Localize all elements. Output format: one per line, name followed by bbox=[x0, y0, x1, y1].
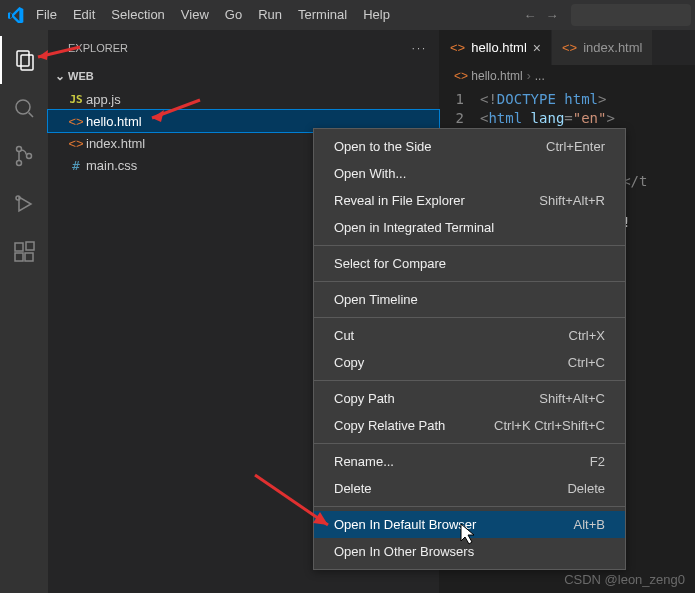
menu-help[interactable]: Help bbox=[355, 0, 398, 30]
watermark-text: CSDN @leon_zeng0 bbox=[564, 572, 685, 587]
html-file-icon: <> bbox=[450, 40, 465, 55]
command-center-search[interactable] bbox=[571, 4, 691, 26]
svg-point-6 bbox=[16, 196, 20, 200]
html-file-icon: <> bbox=[66, 136, 86, 151]
ctx-delete[interactable]: DeleteDelete bbox=[314, 475, 625, 502]
activity-source-control-icon[interactable] bbox=[0, 132, 48, 180]
menu-view[interactable]: View bbox=[173, 0, 217, 30]
html-file-icon: <> bbox=[454, 69, 468, 83]
menu-go[interactable]: Go bbox=[217, 0, 250, 30]
breadcrumb-file: hello.html bbox=[471, 69, 522, 83]
svg-rect-0 bbox=[17, 51, 29, 66]
menu-file[interactable]: File bbox=[28, 0, 65, 30]
html-file-icon: <> bbox=[66, 114, 86, 129]
ctx-separator bbox=[314, 380, 625, 381]
svg-rect-7 bbox=[15, 243, 23, 251]
ctx-reveal[interactable]: Reveal in File ExplorerShift+Alt+R bbox=[314, 187, 625, 214]
tab-label: hello.html bbox=[471, 40, 527, 55]
svg-point-3 bbox=[17, 147, 22, 152]
ctx-separator bbox=[314, 443, 625, 444]
file-context-menu: Open to the SideCtrl+Enter Open With... … bbox=[313, 128, 626, 570]
ctx-open-side[interactable]: Open to the SideCtrl+Enter bbox=[314, 133, 625, 160]
nav-back-icon[interactable]: ← bbox=[519, 8, 541, 23]
explorer-folder-header[interactable]: ⌄ WEB bbox=[48, 65, 439, 87]
svg-rect-9 bbox=[25, 253, 33, 261]
ctx-copy-path[interactable]: Copy PathShift+Alt+C bbox=[314, 385, 625, 412]
file-label: main.css bbox=[86, 158, 137, 173]
svg-rect-8 bbox=[15, 253, 23, 261]
file-label: app.js bbox=[86, 92, 121, 107]
menu-bar: File Edit Selection View Go Run Terminal… bbox=[0, 0, 695, 30]
line-number: 2 bbox=[440, 110, 480, 129]
activity-search-icon[interactable] bbox=[0, 84, 48, 132]
file-app-js[interactable]: JS app.js bbox=[48, 88, 439, 110]
breadcrumb-more: ... bbox=[535, 69, 545, 83]
activity-explorer-icon[interactable] bbox=[0, 36, 48, 84]
file-label: index.html bbox=[86, 136, 145, 151]
tab-close-icon[interactable]: × bbox=[533, 40, 541, 56]
activity-debug-icon[interactable] bbox=[0, 180, 48, 228]
js-file-icon: JS bbox=[66, 93, 86, 106]
svg-rect-1 bbox=[21, 55, 33, 70]
menu-edit[interactable]: Edit bbox=[65, 0, 103, 30]
svg-rect-10 bbox=[26, 242, 34, 250]
breadcrumbs[interactable]: <> hello.html › ... bbox=[440, 65, 695, 87]
svg-point-4 bbox=[17, 161, 22, 166]
menu-run[interactable]: Run bbox=[250, 0, 290, 30]
ctx-open-default-browser[interactable]: Open In Default BrowserAlt+B bbox=[314, 511, 625, 538]
activity-bar bbox=[0, 30, 48, 593]
ctx-copy[interactable]: CopyCtrl+C bbox=[314, 349, 625, 376]
menu-terminal[interactable]: Terminal bbox=[290, 0, 355, 30]
ctx-copy-rel-path[interactable]: Copy Relative PathCtrl+K Ctrl+Shift+C bbox=[314, 412, 625, 439]
vscode-logo-icon bbox=[4, 7, 28, 23]
chevron-down-icon: ⌄ bbox=[52, 69, 68, 83]
ctx-separator bbox=[314, 317, 625, 318]
ctx-separator bbox=[314, 245, 625, 246]
explorer-folder-name: WEB bbox=[68, 70, 94, 82]
ctx-rename[interactable]: Rename...F2 bbox=[314, 448, 625, 475]
html-file-icon: <> bbox=[562, 40, 577, 55]
ctx-separator bbox=[314, 281, 625, 282]
nav-forward-icon[interactable]: → bbox=[541, 8, 563, 23]
svg-point-2 bbox=[16, 100, 30, 114]
ctx-open-with[interactable]: Open With... bbox=[314, 160, 625, 187]
file-label: hello.html bbox=[86, 114, 142, 129]
ctx-compare[interactable]: Select for Compare bbox=[314, 250, 625, 277]
ctx-open-other-browsers[interactable]: Open In Other Browsers bbox=[314, 538, 625, 565]
tab-label: index.html bbox=[583, 40, 642, 55]
line-number: 1 bbox=[440, 91, 480, 110]
tab-hello-html[interactable]: <> hello.html × bbox=[440, 30, 552, 65]
menu-selection[interactable]: Selection bbox=[103, 0, 172, 30]
svg-point-5 bbox=[27, 154, 32, 159]
editor-tabs: <> hello.html × <> index.html bbox=[440, 30, 695, 65]
ctx-cut[interactable]: CutCtrl+X bbox=[314, 322, 625, 349]
activity-extensions-icon[interactable] bbox=[0, 228, 48, 276]
css-file-icon: # bbox=[66, 158, 86, 173]
explorer-more-icon[interactable]: ··· bbox=[412, 42, 427, 54]
tab-index-html[interactable]: <> index.html bbox=[552, 30, 653, 65]
breadcrumb-separator-icon: › bbox=[527, 69, 531, 83]
ctx-terminal[interactable]: Open in Integrated Terminal bbox=[314, 214, 625, 241]
ctx-timeline[interactable]: Open Timeline bbox=[314, 286, 625, 313]
explorer-title: EXPLORER bbox=[68, 42, 128, 54]
ctx-separator bbox=[314, 506, 625, 507]
